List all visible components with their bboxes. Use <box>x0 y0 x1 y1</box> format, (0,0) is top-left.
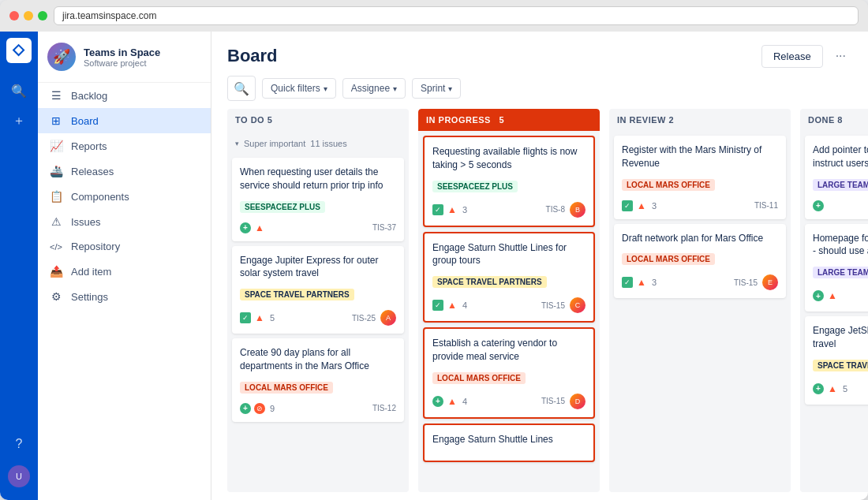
more-options-button[interactable]: ··· <box>829 44 852 68</box>
sidebar-item-settings[interactable]: ⚙ Settings <box>38 284 211 309</box>
card-meta: ✓ ▲ 4 <box>432 300 467 311</box>
sidebar-label-releases: Releases <box>71 166 114 177</box>
ticket-id: TIS-12 <box>372 404 396 412</box>
sidebar-item-components[interactable]: 📋 Components <box>38 184 211 209</box>
count-badge: 5 <box>843 384 847 394</box>
reports-icon: 📈 <box>49 140 63 152</box>
add-item-icon: 📤 <box>49 265 63 278</box>
project-header[interactable]: 🚀 Teams in Space Software project <box>38 32 211 83</box>
card-title: Create 90 day plans for all departments … <box>240 346 396 373</box>
card-meta: ✓ ▲ 5 <box>240 312 275 323</box>
card-footer: + ⊘ 9 TIS-12 <box>240 403 396 414</box>
block-icon: ⊘ <box>254 403 265 414</box>
ticket-id: TIS-15 <box>541 397 565 405</box>
sidebar-item-board[interactable]: ⊞ Board <box>38 108 211 133</box>
card-tis-56[interactable]: Add pointer to main css file to instruct… <box>805 136 868 219</box>
card-icons: ✓ ▲ <box>622 277 647 288</box>
sidebar-label-components: Components <box>71 191 129 203</box>
card-title: When requesting user details the service… <box>240 166 396 192</box>
sidebar-item-backlog[interactable]: ☰ Backlog <box>38 83 211 108</box>
search-box[interactable]: 🔍 <box>227 76 256 101</box>
board-columns: TO DO 5 ▾ Super important 11 issues When… <box>227 109 868 492</box>
assignee-filter-button[interactable]: Assignee ▾ <box>342 78 406 99</box>
story-icon: + <box>813 290 824 301</box>
address-bar[interactable]: jira.teamsinspace.com <box>54 6 859 25</box>
assignee-avatar: E <box>762 274 778 290</box>
tag-local-mars-office: LOCAL MARS OFFICE <box>622 179 715 191</box>
releases-icon: 🚢 <box>49 165 63 177</box>
user-avatar-icon[interactable]: U <box>8 465 30 487</box>
card-meta: ✓ ▲ 3 <box>622 277 657 288</box>
card-tis-15-catering[interactable]: Establish a catering vendor to provide m… <box>423 327 595 419</box>
project-type: Software project <box>84 58 201 68</box>
repository-icon: </> <box>49 242 63 252</box>
minimize-traffic-light[interactable] <box>24 11 33 21</box>
create-icon-btn[interactable]: ＋ <box>6 108 32 133</box>
priority-icon: ▲ <box>254 312 265 323</box>
card-tis-23[interactable]: Engage JetShuttle SpaceWays for travel S… <box>805 316 868 405</box>
help-icon-btn[interactable]: ? <box>6 431 32 457</box>
card-title: Establish a catering vendor to provide m… <box>432 337 586 364</box>
card-meta: ✓ ▲ 3 <box>432 204 467 215</box>
release-button[interactable]: Release <box>761 45 823 68</box>
card-title: Draft network plan for Mars Office <box>622 232 778 245</box>
tag-seespaceez-plus: SEESPACEEZ PLUS <box>240 201 325 213</box>
column-cards-done: Add pointer to main css file to instruct… <box>800 131 868 492</box>
card-tis-25[interactable]: Engage Jupiter Express for outer solar s… <box>232 246 404 334</box>
card-tis-12[interactable]: Create 90 day plans for all departments … <box>232 338 404 422</box>
card-meta: ✓ ▲ 3 <box>622 200 657 211</box>
sidebar-item-repository[interactable]: </> Repository <box>38 234 211 259</box>
count-badge: 4 <box>462 397 467 406</box>
card-icons: + ▲ <box>813 290 838 301</box>
card-tis-8[interactable]: Requesting available flights is now taki… <box>423 136 595 227</box>
project-info: Teams in Space Software project <box>84 47 201 68</box>
tag-seespaceez-plus: SEESPACEEZ PLUS <box>432 181 518 192</box>
assignee-avatar: C <box>570 297 586 313</box>
count-badge: 4 <box>462 300 467 310</box>
card-footer: + ▲ TIS-68 F <box>813 288 868 304</box>
card-title: Engage JetShuttle SpaceWays for travel <box>813 324 868 351</box>
card-icons: + ▲ <box>432 396 458 407</box>
card-tis-partial[interactable]: Engage Saturn Shuttle Lines <box>423 424 595 462</box>
sidebar-label-backlog: Backlog <box>71 90 107 102</box>
card-tis-11[interactable]: Register with the Mars Ministry of Reven… <box>614 136 786 219</box>
card-icons: ✓ ▲ <box>432 204 458 215</box>
tag-local-mars-office: LOCAL MARS OFFICE <box>622 253 715 265</box>
card-footer: ✓ ▲ 3 TIS-15 E <box>622 274 778 290</box>
card-tis-15-saturn[interactable]: Engage Saturn Shuttle Lines for group to… <box>423 232 595 323</box>
card-icons: + ▲ <box>240 222 265 233</box>
sprint-filter-button[interactable]: Sprint ▾ <box>412 78 461 99</box>
sidebar-item-issues[interactable]: ⚠ Issues <box>38 209 211 234</box>
card-title: Homepage footer uses an inline style - s… <box>813 232 868 259</box>
card-meta: + ⊘ 9 <box>240 403 275 414</box>
main-content: Board Release ··· 🔍 Quick filters ▾ Assi… <box>211 32 868 500</box>
card-footer: + ▲ 4 TIS-15 D <box>432 394 586 409</box>
ticket-id: TIS-15 <box>734 278 758 287</box>
filters-bar: 🔍 Quick filters ▾ Assignee ▾ Sprint ▾ <box>211 68 868 109</box>
card-tis-15-network[interactable]: Draft network plan for Mars Office LOCAL… <box>614 224 786 299</box>
card-title: Requesting available flights is now taki… <box>432 145 586 172</box>
tag-space-travel-partners: SPACE TRAVEL PARTNERS <box>240 289 354 300</box>
quick-filters-button[interactable]: Quick filters ▾ <box>262 78 336 99</box>
tag-space-travel-partners: SPACE TRAVEL PARTNERS <box>813 360 868 371</box>
sidebar-item-reports[interactable]: 📈 Reports <box>38 133 211 159</box>
priority-icon: ▲ <box>254 222 265 233</box>
column-header-in-review: IN REVIEW 2 <box>609 109 791 131</box>
sidebar-item-add-item[interactable]: 📤 Add item <box>38 259 211 284</box>
story-icon: + <box>432 396 443 407</box>
column-todo: TO DO 5 ▾ Super important 11 issues When… <box>227 109 409 492</box>
close-traffic-light[interactable] <box>9 11 19 21</box>
card-tis-68[interactable]: Homepage footer uses an inline style - s… <box>805 224 868 312</box>
card-title: Register with the Mars Ministry of Reven… <box>622 144 778 170</box>
maximize-traffic-light[interactable] <box>38 11 47 21</box>
sprint-label: Sprint <box>421 83 445 94</box>
issues-icon: ⚠ <box>49 215 63 228</box>
card-tis-37[interactable]: When requesting user details the service… <box>232 158 404 241</box>
tag-large-team-support: LARGE TEAM SUPPORT <box>813 179 868 191</box>
ticket-id: TIS-8 <box>546 205 565 214</box>
sidebar-item-releases[interactable]: 🚢 Releases <box>38 159 211 184</box>
card-footer: + TIS-56 <box>813 200 868 211</box>
column-cards-in-review: Register with the Mars Ministry of Reven… <box>609 131 791 492</box>
search-icon-btn[interactable]: 🔍 <box>6 78 32 103</box>
app-logo[interactable] <box>6 38 32 63</box>
